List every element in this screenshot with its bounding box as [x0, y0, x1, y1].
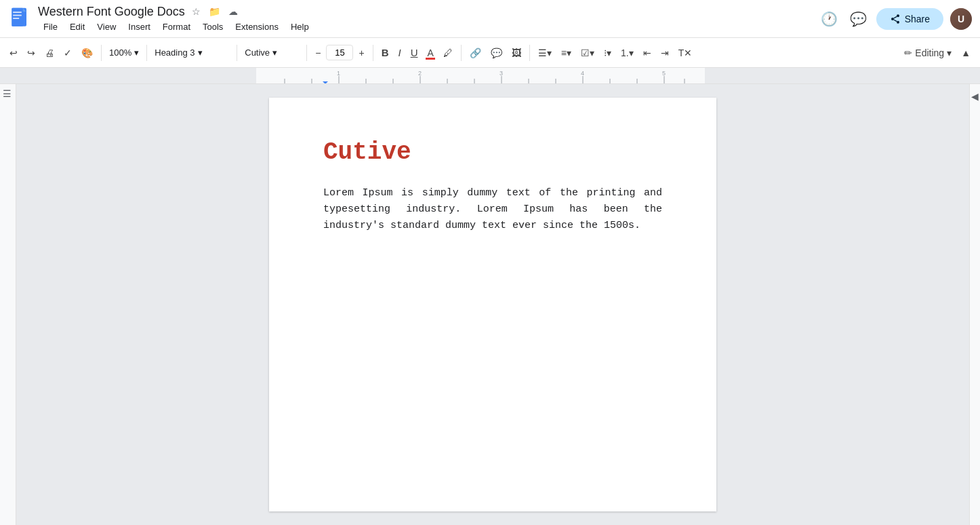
bold-button[interactable]: B — [377, 44, 393, 61]
menu-edit[interactable]: Edit — [64, 20, 90, 33]
svg-point-7 — [897, 20, 899, 23]
insert-image-button[interactable]: 🖼 — [508, 45, 525, 61]
title-info: Western Font Google Docs ☆ 📁 ☁ File Edit… — [38, 5, 314, 33]
docs-icon — [8, 7, 33, 31]
svg-rect-3 — [13, 14, 22, 16]
font-decrease-button[interactable]: − — [311, 45, 325, 61]
italic-button[interactable]: I — [394, 44, 405, 61]
title-bar-left: Western Font Google Docs ☆ 📁 ☁ File Edit… — [8, 5, 314, 33]
menu-extensions[interactable]: Extensions — [230, 20, 284, 33]
heading-value: Heading 3 — [155, 47, 195, 58]
menu-format[interactable]: Format — [157, 20, 196, 33]
cloud-button[interactable]: ☁ — [227, 5, 239, 18]
share-icon — [890, 14, 901, 24]
collapse-button[interactable]: ◀ — [971, 91, 979, 102]
print-button[interactable]: 🖨 — [41, 45, 58, 61]
star-button[interactable]: ☆ — [190, 5, 202, 18]
checklist-button[interactable]: ☑▾ — [577, 45, 598, 61]
editing-mode-button[interactable]: ✏ Editing ▾ — [900, 45, 956, 61]
doc-area[interactable]: Cutive Lorem Ipsum is simply dummy text … — [16, 84, 969, 525]
highlight-button[interactable]: 🖊 — [439, 45, 457, 61]
doc-title: Western Font Google Docs — [38, 5, 185, 19]
font-chevron: ▾ — [272, 47, 277, 58]
user-avatar[interactable]: U — [950, 8, 972, 30]
menu-view[interactable]: View — [91, 20, 121, 33]
undo-button[interactable]: ↩ — [5, 45, 22, 61]
insert-comment-button[interactable]: 💬 — [487, 45, 506, 61]
numbered-list-button[interactable]: 1.▾ — [617, 45, 638, 61]
doc-body[interactable]: Lorem Ipsum is simply dummy text of the … — [323, 185, 662, 234]
svg-line-9 — [893, 16, 897, 18]
menu-tools[interactable]: Tools — [197, 20, 228, 33]
underline-label: U — [411, 47, 418, 58]
separator-6 — [461, 45, 462, 61]
zoom-chevron: ▾ — [134, 47, 139, 58]
menu-file[interactable]: File — [38, 20, 63, 33]
bold-label: B — [382, 47, 389, 58]
separator-7 — [529, 45, 530, 61]
svg-rect-12 — [705, 68, 980, 84]
title-bar: Western Font Google Docs ☆ 📁 ☁ File Edit… — [0, 0, 980, 38]
font-value: Cutive — [245, 47, 270, 58]
svg-line-8 — [893, 20, 897, 22]
text-color-indicator: A — [427, 47, 433, 58]
svg-rect-11 — [0, 68, 256, 84]
highlight-indicator: 🖊 — [443, 47, 453, 58]
underline-button[interactable]: U — [407, 44, 422, 61]
font-increase-button[interactable]: + — [354, 45, 368, 61]
indent-increase-button[interactable]: ⇥ — [657, 45, 673, 61]
left-ruler: ☰ — [0, 84, 16, 525]
zoom-value: 100% — [109, 47, 131, 58]
editing-mode-label: Editing — [915, 47, 944, 58]
font-select[interactable]: Cutive ▾ — [241, 45, 302, 60]
comment-button[interactable]: 💬 — [847, 8, 870, 30]
separator-1 — [101, 45, 102, 61]
editing-chevron: ▾ — [947, 47, 952, 58]
font-size-input[interactable] — [326, 45, 353, 60]
bullet-list-button[interactable]: ⁝▾ — [600, 45, 615, 61]
line-spacing-button[interactable]: ≡▾ — [557, 45, 575, 61]
doc-page[interactable]: Cutive Lorem Ipsum is simply dummy text … — [269, 98, 716, 511]
italic-label: I — [398, 47, 401, 58]
heading-select[interactable]: Heading 3 ▾ — [151, 45, 232, 60]
separator-4 — [306, 45, 307, 61]
svg-rect-4 — [13, 18, 19, 19]
svg-text:3: 3 — [499, 70, 503, 77]
title-bar-right: 🕐 💬 Share U — [818, 8, 972, 30]
clear-format-button[interactable]: T✕ — [674, 45, 697, 61]
spellcheck-button[interactable]: ✓ — [60, 45, 76, 61]
menu-insert[interactable]: Insert — [123, 20, 156, 33]
toolbar: ↩ ↪ 🖨 ✓ 🎨 100% ▾ Heading 3 ▾ Cutive ▾ − … — [0, 38, 980, 68]
separator-5 — [373, 45, 373, 61]
svg-point-5 — [897, 14, 899, 17]
svg-point-6 — [891, 18, 894, 20]
ruler: 1 2 3 4 5 — [0, 68, 980, 84]
right-panel: ◀ — [969, 84, 980, 525]
svg-text:4: 4 — [581, 70, 584, 77]
zoom-select[interactable]: 100% ▾ — [106, 45, 142, 60]
menu-help[interactable]: Help — [285, 20, 314, 33]
separator-3 — [237, 45, 237, 61]
heading-chevron: ▾ — [198, 47, 203, 58]
share-label: Share — [905, 14, 930, 24]
separator-2 — [146, 45, 147, 61]
svg-rect-2 — [13, 12, 22, 13]
menu-bar: File Edit View Insert Format Tools Exten… — [38, 20, 314, 33]
indent-decrease-button[interactable]: ⇤ — [639, 45, 655, 61]
svg-text:5: 5 — [662, 70, 666, 77]
text-color-button[interactable]: A — [423, 45, 437, 61]
move-button[interactable]: 📁 — [207, 5, 222, 18]
pencil-icon: ✏ — [904, 47, 912, 58]
link-button[interactable]: 🔗 — [466, 45, 485, 61]
svg-text:2: 2 — [418, 70, 422, 77]
align-button[interactable]: ☰▾ — [534, 45, 556, 61]
history-button[interactable]: 🕐 — [818, 8, 840, 30]
main-area: ☰ Cutive Lorem Ipsum is simply dummy tex… — [0, 84, 980, 525]
outline-toggle[interactable]: ☰ — [3, 88, 12, 99]
redo-button[interactable]: ↪ — [23, 45, 39, 61]
expand-button[interactable]: ▲ — [957, 45, 975, 61]
doc-heading[interactable]: Cutive — [323, 138, 662, 166]
paint-format-button[interactable]: 🎨 — [77, 45, 97, 61]
ruler-svg: 1 2 3 4 5 — [0, 68, 980, 84]
share-button[interactable]: Share — [876, 8, 943, 30]
